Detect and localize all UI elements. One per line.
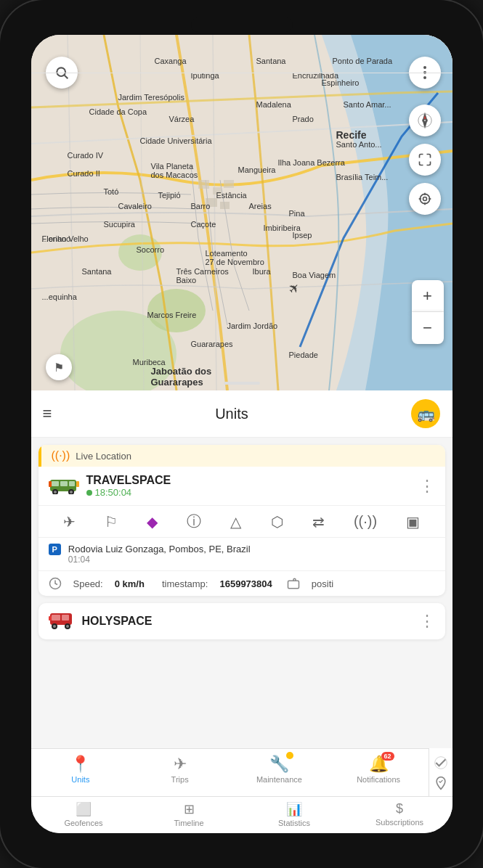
nav-item-timeline[interactable]: ⊞ Timeline	[137, 800, 242, 829]
svg-point-40	[66, 625, 69, 628]
svg-rect-41	[49, 616, 52, 621]
subscriptions-nav-label: Subscriptions	[376, 818, 423, 827]
map-zoom-in-button[interactable]: +	[412, 280, 444, 312]
action-navigate-icon[interactable]: △	[230, 513, 241, 531]
map-zoom-out-button[interactable]: −	[412, 312, 444, 344]
map-drag-handle	[224, 382, 260, 385]
svg-rect-8	[220, 202, 230, 209]
maintenance-nav-label: Maintenance	[256, 775, 302, 784]
svg-marker-14	[423, 114, 427, 120]
vehicle-filter-badge[interactable]: 🚌	[411, 399, 440, 428]
timeline-nav-icon: ⊞	[184, 801, 195, 817]
svg-rect-32	[76, 481, 79, 487]
unit-speed-row: Speed: 0 km/h timestamp: 1659973804 posi…	[38, 570, 445, 596]
nav-item-statistics[interactable]: 📊 Statistics	[242, 800, 347, 829]
action-live-icon[interactable]: ((·))	[354, 513, 377, 530]
svg-marker-15	[423, 120, 427, 127]
svg-point-30	[70, 491, 73, 494]
check-action-button[interactable]	[431, 753, 451, 773]
main-nav: 📍 Units ✈ Trips 🔧 Maintenance	[31, 748, 429, 796]
map-container[interactable]: Caxanga Iputinga Santana Encruzilhada Po…	[31, 35, 452, 390]
svg-rect-33	[288, 581, 299, 589]
timestamp-label: timestamp:	[162, 578, 208, 589]
svg-point-17	[423, 197, 426, 201]
parking-badge: P	[49, 544, 61, 555]
statistics-nav-label: Statistics	[278, 819, 310, 827]
unit2-header: HOLYSPACE ⋮	[38, 603, 445, 639]
bottom-navigation: 📍 Units ✈ Trips 🔧 Maintenance	[31, 748, 452, 796]
position-label: positi	[312, 578, 333, 589]
speed-label: Speed:	[73, 578, 103, 589]
svg-point-2	[147, 289, 206, 332]
unit2-name: HOLYSPACE	[82, 615, 412, 628]
side-actions	[429, 748, 452, 796]
action-flag-icon[interactable]: ⚐	[105, 513, 118, 531]
location-duration: 01:04	[68, 554, 435, 565]
location-address: Rodovia Luiz Gonzaga, Pombos, PE, Brazil	[68, 544, 435, 554]
svg-line-10	[64, 75, 68, 79]
action-screen-icon[interactable]: ▣	[406, 513, 420, 531]
nav-item-maintenance[interactable]: 🔧 Maintenance	[230, 753, 329, 793]
live-location-banner: ((·)) Live Location	[38, 445, 445, 467]
unit2-more-button[interactable]: ⋮	[419, 612, 435, 631]
action-trips-icon[interactable]: ✈	[63, 513, 76, 531]
nav-item-trips[interactable]: ✈ Trips	[130, 753, 230, 793]
unit2-vehicle-icon	[49, 610, 75, 632]
unit-header: TRAVELSPACE 18:50:04 ⋮	[38, 467, 445, 505]
nav-item-notifications[interactable]: 🔔 62 Notifications	[329, 753, 429, 793]
nav-item-geofences[interactable]: ⬜ Geofences	[31, 800, 137, 829]
secondary-nav: ⬜ Geofences ⊞ Timeline 📊 Statistics $ Su…	[31, 796, 452, 833]
action-zone-icon[interactable]: ⬡	[271, 513, 283, 531]
units-header: ≡ Units 🚌	[31, 390, 452, 438]
svg-rect-36	[62, 615, 69, 621]
geofences-nav-icon: ⬜	[76, 801, 92, 817]
speed-value: 0 km/h	[115, 578, 145, 589]
unit-more-button[interactable]: ⋮	[419, 477, 435, 496]
svg-point-11	[423, 66, 426, 69]
nav-divider	[31, 73, 452, 73]
units-nav-label: Units	[71, 775, 89, 784]
svg-rect-24	[52, 481, 59, 486]
svg-rect-4	[198, 180, 209, 189]
svg-rect-31	[49, 481, 52, 487]
unit-vehicle-icon	[49, 475, 79, 497]
unit-name: TRAVELSPACE	[86, 474, 412, 487]
geofences-nav-label: Geofences	[64, 819, 102, 827]
subscriptions-nav-icon: $	[396, 801, 403, 816]
hamburger-menu-button[interactable]: ≡	[43, 404, 52, 423]
page-title: Units	[215, 406, 248, 422]
units-nav-icon: 📍	[70, 755, 90, 773]
units-list: ((·)) Live Location	[31, 438, 452, 748]
svg-rect-25	[60, 481, 68, 486]
unit-card-holyspace: HOLYSPACE ⋮	[38, 603, 445, 639]
svg-point-13	[423, 76, 426, 79]
svg-rect-5	[213, 187, 222, 195]
live-location-label: Live Location	[76, 451, 131, 462]
action-route-icon[interactable]: ⇄	[312, 513, 325, 531]
unit-time: 18:50:04	[86, 487, 412, 498]
map-compass-button[interactable]	[409, 105, 441, 136]
notifications-badge: 62	[381, 752, 394, 761]
maintenance-alert-dot	[286, 752, 293, 759]
nav-item-units[interactable]: 📍 Units	[31, 753, 131, 793]
svg-rect-7	[206, 198, 217, 207]
trips-nav-icon: ✈	[174, 755, 187, 774]
unit-card-travelspace: ((·)) Live Location	[38, 445, 445, 596]
nav-item-subscriptions[interactable]: $ Subscriptions	[347, 800, 452, 829]
action-info-icon[interactable]: ⓘ	[187, 512, 201, 531]
map-focus-button[interactable]	[409, 144, 441, 176]
svg-point-18	[420, 194, 429, 203]
svg-rect-35	[52, 615, 60, 621]
maintenance-nav-icon: 🔧	[269, 755, 289, 773]
map-flag-button[interactable]: ⚑	[46, 354, 72, 380]
map-locate-button[interactable]	[409, 183, 441, 215]
timestamp-value: 1659973804	[219, 578, 272, 589]
pin-action-button[interactable]	[431, 773, 451, 793]
unit-actions-row: ✈ ⚐ ◆ ⓘ △ ⬡ ⇄ ((·)) ▣	[38, 505, 445, 537]
trips-nav-label: Trips	[171, 775, 189, 784]
svg-point-38	[53, 625, 56, 628]
unit-location-row: P Rodovia Luiz Gonzaga, Pombos, PE, Braz…	[38, 537, 445, 570]
timeline-nav-label: Timeline	[174, 819, 203, 827]
svg-point-28	[54, 491, 57, 494]
action-geofence-icon[interactable]: ◆	[147, 513, 158, 531]
